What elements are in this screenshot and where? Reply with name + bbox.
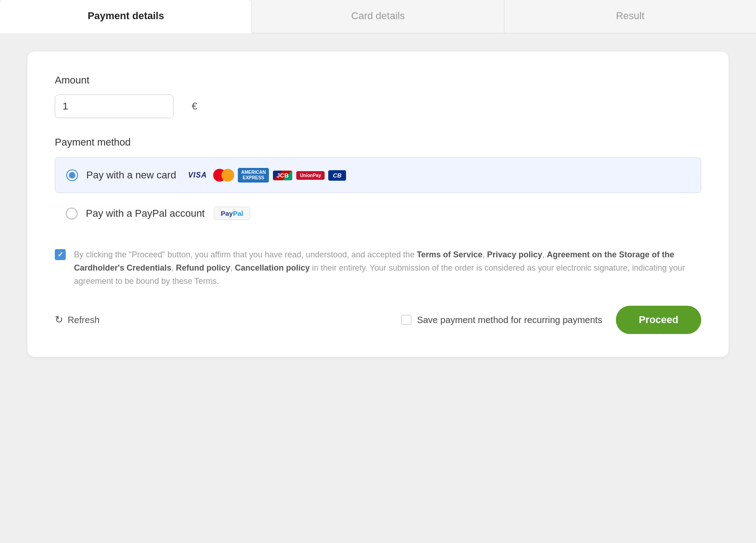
cb-logo: CB — [328, 170, 346, 181]
cardholder-agreement-link[interactable]: Agreement on the Storage of the Cardhold… — [74, 250, 674, 272]
paypal-label: Pay with a PayPal account — [86, 208, 205, 219]
terms-checkbox-wrapper[interactable] — [55, 249, 66, 260]
footer-row: ↻ Refresh Save payment method for recurr… — [55, 306, 701, 334]
terms-checkbox[interactable] — [55, 249, 66, 260]
save-recurring-checkbox[interactable] — [401, 315, 411, 325]
main-card: Amount € Payment method Pay with a new c… — [27, 52, 729, 357]
amount-currency: € — [192, 100, 197, 112]
unionpay-logo: UnionPay — [296, 171, 325, 180]
footer-right: Save payment method for recurring paymen… — [401, 306, 701, 334]
visa-logo: VISA — [185, 169, 210, 181]
terms-of-service-link[interactable]: Terms of Service — [417, 250, 483, 259]
amount-label: Amount — [55, 74, 701, 86]
jcb-logo: JCB — [273, 170, 293, 181]
refund-policy-link[interactable]: Refund policy — [176, 263, 230, 272]
tab-card-details[interactable]: Card details — [252, 0, 504, 33]
refresh-icon: ↻ — [55, 314, 63, 326]
amount-input-wrapper: € — [55, 94, 173, 118]
terms-section: By clicking the "Proceed" button, you af… — [55, 248, 701, 287]
refresh-label: Refresh — [68, 315, 100, 325]
payment-option-new-card[interactable]: Pay with a new card VISA AMERICANEXPRESS… — [55, 157, 701, 193]
refresh-button[interactable]: ↻ Refresh — [55, 314, 100, 326]
new-card-label: Pay with a new card — [86, 169, 176, 181]
privacy-policy-link[interactable]: Privacy policy — [487, 250, 542, 259]
amount-input[interactable] — [63, 100, 188, 112]
radio-new-card[interactable] — [66, 169, 78, 181]
page-wrapper: Payment details Card details Result Amou… — [0, 0, 756, 543]
tab-result[interactable]: Result — [504, 0, 756, 33]
save-recurring-label[interactable]: Save payment method for recurring paymen… — [401, 315, 602, 325]
proceed-button[interactable]: Proceed — [616, 306, 701, 334]
save-recurring-text: Save payment method for recurring paymen… — [417, 315, 602, 325]
radio-paypal[interactable] — [66, 208, 78, 219]
mastercard-logo — [213, 169, 234, 182]
payment-option-paypal[interactable]: Pay with a PayPal account PayPal — [55, 197, 701, 230]
amex-logo: AMERICANEXPRESS — [238, 168, 269, 183]
tab-payment-details[interactable]: Payment details — [0, 0, 252, 33]
paypal-logo: PayPal — [214, 207, 250, 220]
terms-text: By clicking the "Proceed" button, you af… — [74, 248, 701, 287]
payment-method-label: Payment method — [55, 136, 701, 148]
tabs-bar: Payment details Card details Result — [0, 0, 756, 33]
card-brands: VISA AMERICANEXPRESS JCB UnionPay CB — [185, 168, 346, 183]
cancellation-policy-link[interactable]: Cancellation policy — [235, 263, 310, 272]
